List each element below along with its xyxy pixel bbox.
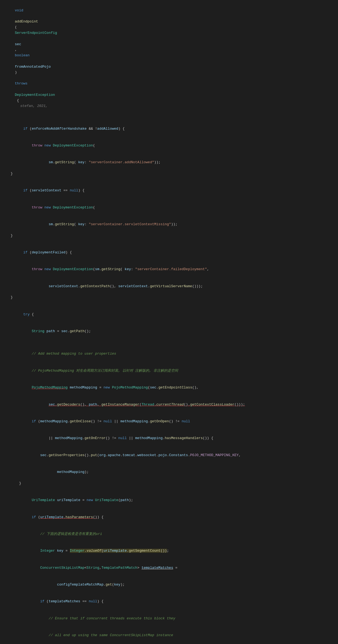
- line-15: servletContext.getContextPath(), servlet…: [0, 278, 338, 295]
- line-11: }: [0, 233, 338, 239]
- line-2: [0, 115, 338, 120]
- line-23: PojoMethodMapping methodMapping = new Po…: [0, 379, 338, 396]
- line-20: [0, 340, 338, 346]
- line-29: }: [0, 481, 338, 486]
- code-editor: void addEndpoint ( ServerEndpointConfig …: [0, 0, 338, 644]
- line-38: // Ensure that if concurrent threads exe…: [0, 610, 338, 627]
- line-6: }: [0, 171, 338, 177]
- line-35: ConcurrentSkipListMap<String,TemplatePat…: [0, 560, 338, 576]
- line-28: methodMapping);: [0, 464, 338, 480]
- line-3: if (enforceNoAddAfterHandshake && !addAl…: [0, 120, 338, 137]
- line-34: Integer key = Integer.valueOf(uriTemplat…: [0, 543, 338, 560]
- line-4: throw new DeploymentException(: [0, 137, 338, 154]
- line-39: // all end up using the same ConcurrentS…: [0, 627, 338, 644]
- line-21: // Add method mapping to user properties: [0, 346, 338, 362]
- line-31: UriTemplate uriTemplate = new UriTemplat…: [0, 492, 338, 509]
- line-17: [0, 300, 338, 306]
- line-25: if (methodMapping.getOnClose() != null |…: [0, 413, 338, 430]
- line-14: throw new DeploymentException(sm.getStri…: [0, 261, 338, 278]
- line-1: void addEndpoint ( ServerEndpointConfig …: [0, 2, 338, 115]
- line-30: [0, 486, 338, 492]
- line-22: // PojoMethodMapping 对生命周期方法订阅和封装, 以针对 注…: [0, 362, 338, 379]
- line-36: configTemplateMatchMap.get(key);: [0, 576, 338, 593]
- line-9: throw new DeploymentException(: [0, 199, 338, 216]
- line-27: sec.getUserProperties().put(org.apache.t…: [0, 447, 338, 464]
- line-33: // 下面的逻辑是检查是否有重复的uri: [0, 526, 338, 542]
- line-32: if (uriTemplate.hasParameters()) {: [0, 509, 338, 526]
- line-13: if (deploymentFailed) {: [0, 244, 338, 261]
- line-26: || methodMapping.getOnError() != null ||…: [0, 430, 338, 447]
- line-12: [0, 238, 338, 244]
- line-8: if (servletContext == null) {: [0, 182, 338, 199]
- line-7: [0, 177, 338, 182]
- line-19: String path = sec.getPath();: [0, 323, 338, 340]
- line-24: sec.getDecoders(), path, getInstanceMana…: [0, 396, 338, 413]
- line-16: }: [0, 295, 338, 300]
- line-37: if (templateMatches == null) {: [0, 593, 338, 610]
- line-5: sm.getString( key: "serverContainer.addN…: [0, 154, 338, 171]
- line-10: sm.getString( key: "serverContainer.serv…: [0, 216, 338, 233]
- line-18: try {: [0, 306, 338, 323]
